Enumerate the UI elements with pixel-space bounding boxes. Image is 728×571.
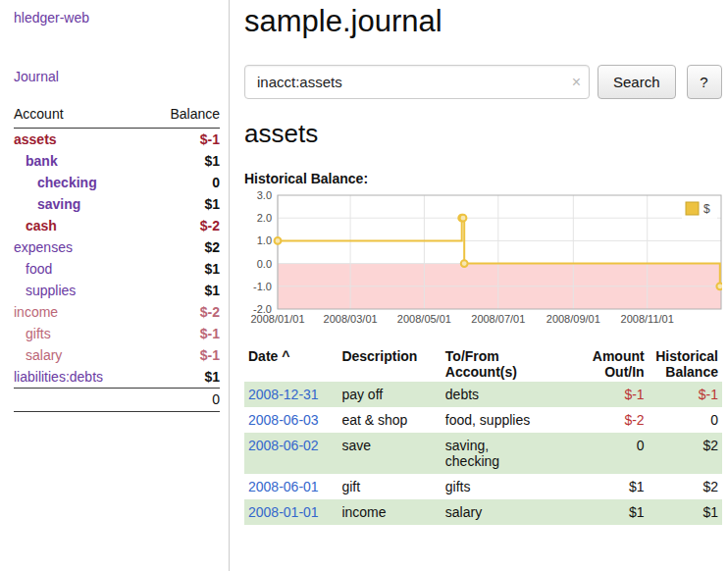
- transaction-balance-cell: $-1: [649, 382, 722, 407]
- register-header-date[interactable]: Date ^: [244, 346, 338, 382]
- account-link-expenses[interactable]: expenses: [14, 239, 73, 255]
- transaction-account-cell: gifts: [442, 474, 565, 499]
- account-row: assets$-1: [14, 129, 220, 151]
- account-balance: $1: [146, 366, 220, 389]
- transaction-date-cell: 2008-06-03: [244, 407, 338, 433]
- transaction-account-cell: food, supplies: [442, 407, 565, 433]
- legend-label: $: [703, 202, 710, 216]
- search-button[interactable]: Search: [598, 65, 676, 99]
- account-link-supplies[interactable]: supplies: [26, 283, 76, 298]
- account-link-bank[interactable]: bank: [26, 153, 58, 169]
- transaction-amount-cell: $-2: [564, 407, 648, 433]
- transaction-amount-cell: $1: [564, 474, 648, 499]
- accounts-header-account: Account: [14, 104, 146, 129]
- search-input[interactable]: [244, 65, 590, 99]
- account-link-cash[interactable]: cash: [26, 218, 57, 234]
- transaction-date-link[interactable]: 2008-12-31: [248, 387, 319, 402]
- register-header-description: Description: [338, 346, 441, 382]
- main-content: sample.journal × Search ? assets Histori…: [230, 0, 728, 571]
- transaction-balance-cell: $2: [649, 433, 722, 474]
- help-button[interactable]: ?: [687, 65, 722, 99]
- register-row: 2008-06-01giftgifts$1$2: [244, 474, 722, 499]
- transaction-account-cell: saving, checking: [442, 433, 565, 474]
- register-table: Date ^ Description To/From Account(s) Am…: [244, 346, 722, 525]
- account-row: gifts$-1: [14, 323, 220, 344]
- legend-color-swatch: [686, 202, 699, 215]
- register-body: 2008-12-31pay offdebts$-1$-12008-06-03ea…: [244, 382, 722, 525]
- account-name-cell: saving: [14, 193, 146, 215]
- account-row: expenses$2: [14, 236, 220, 258]
- accounts-total-spacer: [14, 389, 146, 412]
- account-name-cell: salary: [14, 344, 146, 366]
- account-balance: $-1: [146, 129, 220, 151]
- account-balance: $1: [146, 150, 220, 172]
- clear-search-icon[interactable]: ×: [572, 75, 581, 90]
- account-balance: 0: [146, 172, 220, 193]
- account-name-cell: expenses: [14, 236, 146, 258]
- y-axis-labels: 3.02.01.00.0-1.0-2.0: [253, 191, 272, 315]
- transaction-description-cell: gift: [338, 474, 441, 499]
- account-balance: $1: [146, 280, 220, 301]
- chart-title: Historical Balance:: [244, 171, 722, 186]
- transaction-amount-cell: 0: [564, 433, 648, 474]
- search-form: × Search ?: [244, 65, 722, 99]
- account-name-cell: checking: [14, 172, 146, 193]
- data-point-marker: [716, 283, 722, 289]
- account-name-cell: cash: [14, 215, 146, 236]
- sidebar-item-journal[interactable]: Journal: [14, 69, 220, 84]
- account-row: bank$1: [14, 150, 220, 172]
- transaction-date-link[interactable]: 2008-06-02: [248, 438, 319, 453]
- svg-text:2008/03/01: 2008/03/01: [324, 313, 378, 325]
- hledger-web-app: hledger-web Journal Account Balance asse…: [0, 0, 728, 571]
- transaction-date-link[interactable]: 2008-06-03: [248, 412, 319, 428]
- register-row: 2008-01-01incomesalary$1$1: [244, 499, 722, 525]
- transaction-date-link[interactable]: 2008-01-01: [248, 504, 319, 520]
- register-header-date-label: Date: [248, 348, 278, 364]
- account-row: salary$-1: [14, 344, 220, 366]
- account-link-gifts[interactable]: gifts: [26, 326, 51, 341]
- account-name-cell: gifts: [14, 323, 146, 344]
- sort-ascending-icon: ^: [282, 348, 289, 364]
- transaction-account-cell: salary: [442, 499, 565, 525]
- transaction-date-cell: 2008-12-31: [244, 382, 338, 407]
- transaction-date-cell: 2008-01-01: [244, 499, 338, 525]
- account-name-cell: food: [14, 258, 146, 280]
- search-input-wrap: ×: [244, 65, 590, 99]
- transaction-balance-cell: 0: [649, 407, 722, 433]
- account-balance: $1: [146, 193, 220, 215]
- account-heading: assets: [244, 119, 722, 149]
- account-link-checking[interactable]: checking: [37, 175, 97, 190]
- account-link-income[interactable]: income: [14, 304, 58, 320]
- account-row: cash$-2: [14, 215, 220, 236]
- register-header-account: To/From Account(s): [442, 346, 565, 382]
- svg-text:1.0: 1.0: [257, 234, 272, 246]
- x-axis-labels: 2008/01/012008/03/012008/05/012008/07/01…: [250, 313, 673, 325]
- account-row: checking0: [14, 172, 220, 193]
- svg-text:2008/11/01: 2008/11/01: [621, 313, 674, 325]
- account-row: supplies$1: [14, 280, 220, 301]
- account-link-saving[interactable]: saving: [37, 196, 80, 212]
- account-name-cell: liabilities:debts: [14, 366, 146, 389]
- svg-text:2008/05/01: 2008/05/01: [397, 313, 451, 325]
- svg-text:2008/01/01: 2008/01/01: [250, 313, 304, 325]
- transaction-date-link[interactable]: 2008-06-01: [248, 479, 319, 494]
- account-link-salary[interactable]: salary: [26, 347, 62, 363]
- transaction-description-cell: save: [338, 433, 441, 474]
- account-link-food[interactable]: food: [26, 261, 52, 277]
- account-row: saving$1: [14, 193, 220, 215]
- svg-text:2008/07/01: 2008/07/01: [471, 313, 525, 325]
- account-name-cell: bank: [14, 150, 146, 172]
- transaction-date-cell: 2008-06-02: [244, 433, 338, 474]
- transaction-description-cell: eat & shop: [338, 407, 441, 433]
- register-header-balance: Historical Balance: [649, 346, 722, 382]
- account-link-assets[interactable]: assets: [14, 131, 57, 147]
- account-balance: $-2: [146, 301, 220, 323]
- data-point-marker: [461, 260, 468, 267]
- account-link-liabilities-debts[interactable]: liabilities:debts: [14, 369, 103, 385]
- data-point-marker: [460, 215, 467, 222]
- chart-legend: $: [682, 199, 717, 219]
- app-title-link[interactable]: hledger-web: [14, 10, 220, 26]
- svg-text:3.0: 3.0: [257, 191, 272, 201]
- accounts-header-balance: Balance: [146, 104, 220, 129]
- register-header-amount: Amount Out/In: [564, 346, 648, 382]
